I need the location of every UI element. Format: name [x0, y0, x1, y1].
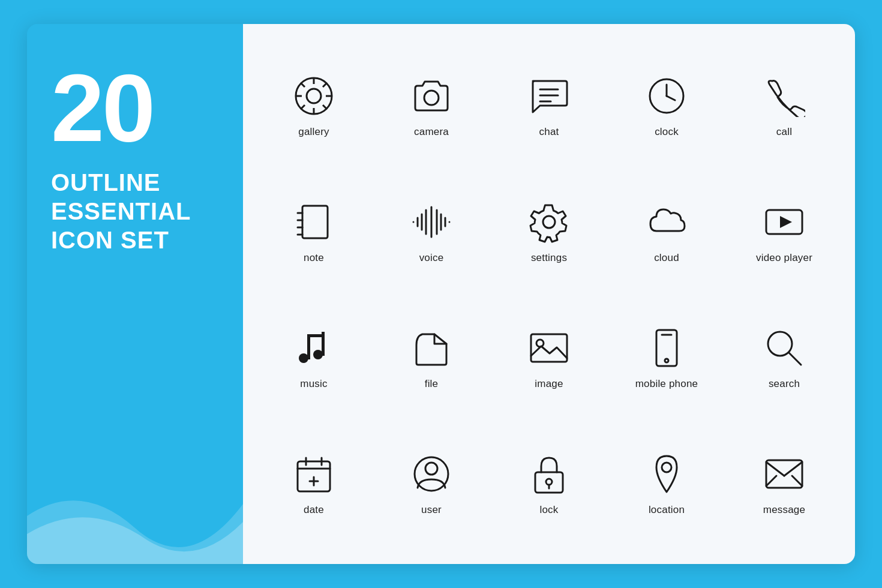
icon-cell-music: music — [255, 294, 373, 420]
subtitle-line2: ESSENTIAL — [51, 197, 191, 226]
cloud-icon — [643, 198, 691, 246]
svg-line-45 — [789, 353, 801, 365]
svg-line-7 — [323, 105, 327, 109]
svg-point-40 — [536, 340, 544, 347]
icon-cell-note: note — [255, 168, 373, 294]
svg-rect-17 — [302, 206, 328, 238]
lock-label: lock — [539, 504, 558, 516]
svg-point-34 — [299, 353, 308, 363]
clock-icon — [643, 72, 691, 120]
svg-point-58 — [662, 463, 671, 472]
svg-rect-38 — [307, 334, 325, 337]
svg-line-8 — [323, 83, 327, 87]
video-player-icon — [760, 198, 808, 246]
settings-label: settings — [531, 252, 567, 264]
camera-icon — [407, 72, 455, 120]
clock-label: clock — [655, 126, 679, 138]
subtitle-line3: ICON SET — [51, 226, 191, 254]
icon-cell-clock: clock — [608, 42, 725, 168]
svg-marker-33 — [780, 216, 792, 228]
date-label: date — [304, 504, 324, 516]
search-label: search — [769, 378, 800, 390]
call-icon — [760, 72, 808, 120]
video-player-label: video player — [756, 252, 812, 264]
icon-cell-chat: chat — [490, 42, 608, 168]
svg-line-63 — [792, 476, 802, 486]
svg-point-31 — [543, 216, 555, 228]
mobile-phone-icon — [643, 324, 691, 372]
right-panel: gallery camera — [243, 24, 855, 564]
left-panel: 20 OUTLINE ESSENTIAL ICON SET — [27, 24, 243, 564]
music-icon — [290, 324, 338, 372]
user-icon — [407, 450, 455, 498]
subtitle: OUTLINE ESSENTIAL ICON SET — [51, 168, 191, 254]
svg-line-16 — [667, 96, 675, 100]
lock-icon — [525, 450, 573, 498]
svg-line-62 — [766, 476, 776, 486]
svg-rect-39 — [531, 334, 567, 362]
image-icon — [525, 324, 573, 372]
icon-cell-cloud: cloud — [608, 168, 725, 294]
svg-line-9 — [301, 105, 305, 109]
svg-rect-36 — [307, 334, 310, 359]
location-icon — [643, 450, 691, 498]
icon-cell-camera: camera — [373, 42, 490, 168]
file-icon — [407, 324, 455, 372]
image-label: image — [535, 378, 563, 390]
location-label: location — [649, 504, 685, 516]
big-number: 20 — [51, 60, 153, 156]
icon-cell-voice: voice — [373, 168, 490, 294]
file-label: file — [425, 378, 439, 390]
svg-rect-55 — [535, 472, 563, 493]
note-icon — [290, 198, 338, 246]
icons-grid: gallery camera — [255, 42, 843, 546]
icon-cell-call: call — [725, 42, 843, 168]
subtitle-line1: OUTLINE — [51, 168, 191, 197]
svg-line-60 — [766, 462, 784, 476]
chat-icon — [525, 72, 573, 120]
chat-label: chat — [539, 126, 559, 138]
main-container: 20 OUTLINE ESSENTIAL ICON SET — [27, 24, 855, 564]
icon-cell-location: location — [608, 420, 725, 546]
note-label: note — [304, 252, 324, 264]
svg-line-61 — [784, 462, 802, 476]
icon-cell-file: file — [373, 294, 490, 420]
icon-cell-lock: lock — [490, 420, 608, 546]
icon-cell-user: user — [373, 420, 490, 546]
cloud-label: cloud — [654, 252, 679, 264]
svg-point-10 — [424, 91, 439, 105]
search-icon — [760, 324, 808, 372]
call-label: call — [776, 126, 792, 138]
mobile-phone-label: mobile phone — [635, 378, 698, 390]
voice-label: voice — [419, 252, 444, 264]
svg-point-1 — [307, 89, 321, 103]
icon-cell-settings: settings — [490, 168, 608, 294]
svg-line-6 — [301, 83, 305, 87]
icon-cell-image: image — [490, 294, 608, 420]
message-label: message — [763, 504, 805, 516]
gallery-icon — [290, 72, 338, 120]
date-icon — [290, 450, 338, 498]
svg-point-35 — [313, 350, 323, 359]
icon-cell-date: date — [255, 420, 373, 546]
message-icon — [760, 450, 808, 498]
icon-cell-search: search — [725, 294, 843, 420]
settings-icon — [525, 198, 573, 246]
wave-decoration — [27, 456, 243, 564]
camera-label: camera — [414, 126, 449, 138]
icon-cell-mobile-phone: mobile phone — [608, 294, 725, 420]
icon-cell-video-player: video player — [725, 168, 843, 294]
icon-cell-message: message — [725, 420, 843, 546]
svg-point-43 — [665, 359, 668, 362]
user-label: user — [421, 504, 442, 516]
voice-icon — [407, 198, 455, 246]
svg-point-54 — [425, 463, 437, 475]
icon-cell-gallery: gallery — [255, 42, 373, 168]
gallery-label: gallery — [298, 126, 329, 138]
music-label: music — [300, 378, 327, 390]
svg-rect-59 — [766, 460, 802, 488]
